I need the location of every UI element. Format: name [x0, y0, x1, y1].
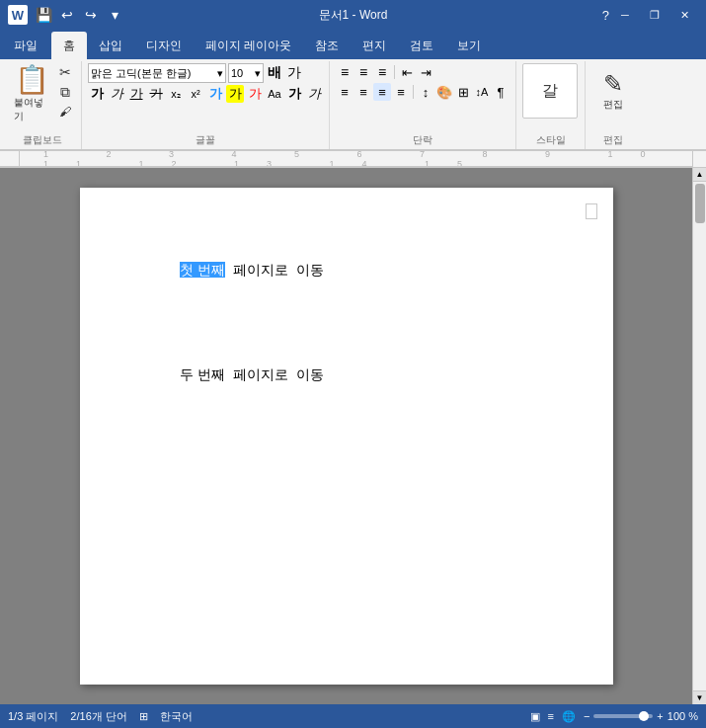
text-continuation-1: 페이지로 이동 — [225, 262, 324, 278]
title-bar-left: W 💾 ↩ ↪ ▾ — [8, 5, 124, 25]
view-print-btn[interactable]: ▣ — [530, 710, 540, 723]
format-painter-button[interactable]: 🖌 — [55, 103, 75, 121]
font-size-dropdown: ▾ — [255, 67, 261, 80]
paste-button[interactable]: 📋 붙여넣기 — [10, 63, 53, 122]
paragraph-group: ≡ ≡ ≡ ⇤ ⇥ ≡ ≡ ≡ ≡ ↕ 🎨 — [330, 61, 516, 149]
multilevel-list-btn[interactable]: ≡ — [373, 63, 391, 81]
copy-button[interactable]: ⧉ — [55, 83, 75, 101]
font-group: 맑은 고딕(본문 한글) ▾ 10 ▾ 배 가 가 가 가 — [82, 61, 330, 149]
numbered-list-btn[interactable]: ≡ — [354, 63, 372, 81]
language-icon[interactable]: ⊞ — [139, 710, 148, 723]
style-gallery-btn[interactable]: 갈 — [522, 63, 578, 119]
show-marks-btn[interactable]: ¶ — [492, 83, 510, 101]
justify-btn[interactable]: ≡ — [392, 83, 410, 101]
italic-button[interactable]: 가 — [108, 85, 125, 103]
minimize-button[interactable]: ─ — [611, 1, 639, 29]
word-logo: W — [8, 5, 28, 25]
view-read-btn[interactable]: ≡ — [548, 710, 554, 722]
border-btn[interactable]: ⊞ — [454, 83, 472, 101]
decrease-indent-btn[interactable]: ⇤ — [398, 63, 416, 81]
ruler-scroll-corner — [692, 151, 706, 167]
tab-references[interactable]: 참조 — [303, 32, 351, 59]
zoom-out-btn[interactable]: − — [584, 710, 589, 722]
ribbon: 파일 홈 삽입 디자인 페이지 레이아웃 참조 편지 검토 보기 📋 붙여넣기 — [0, 30, 706, 151]
style-preview: 갈 — [542, 81, 558, 102]
edit-group-label: 편집 — [586, 133, 641, 147]
underline-button[interactable]: 가 — [127, 85, 145, 103]
vertical-scrollbar[interactable]: ▲ ▼ — [692, 168, 706, 704]
align-center-btn[interactable]: ≡ — [354, 83, 372, 101]
font-shrink-btn[interactable]: 가 — [285, 64, 303, 82]
tab-view[interactable]: 보기 — [445, 32, 493, 59]
align-right-btn[interactable]: ≡ — [373, 83, 391, 101]
language[interactable]: 한국어 — [160, 709, 193, 724]
zoom-area: − + 100 % — [584, 710, 698, 722]
title-bar-right: ? ─ ❐ ✕ — [594, 1, 698, 29]
ruler-container: 1 2 3 4 5 6 7 8 9 10 11 12 13 14 15 — [0, 151, 706, 168]
zoom-slider-thumb[interactable] — [639, 711, 649, 721]
zoom-slider[interactable] — [593, 714, 653, 718]
subscript-button[interactable]: x₂ — [167, 85, 185, 103]
edit-btn[interactable]: ✎ 편집 — [591, 63, 635, 119]
superscript-button[interactable]: x² — [187, 85, 204, 103]
quick-save-btn[interactable]: 💾 — [34, 5, 53, 25]
tab-design[interactable]: 디자인 — [134, 32, 194, 59]
tab-file[interactable]: 파일 — [0, 32, 51, 59]
tab-layout[interactable]: 페이지 레이아웃 — [194, 32, 303, 59]
scroll-thumb[interactable] — [695, 184, 705, 223]
font-controls: 맑은 고딕(본문 한글) ▾ 10 ▾ 배 가 가 가 가 — [88, 63, 323, 133]
scroll-down-btn[interactable]: ▼ — [693, 690, 707, 704]
quick-redo-btn[interactable]: ↪ — [81, 5, 101, 25]
font-name-selector[interactable]: 맑은 고딕(본문 한글) ▾ — [88, 63, 226, 83]
zoom-in-btn[interactable]: + — [657, 710, 663, 722]
edit-icon: ✎ — [603, 70, 623, 98]
view-web-btn[interactable]: 🌐 — [562, 710, 576, 723]
page-info[interactable]: 1/3 페이지 — [8, 709, 58, 724]
ribbon-content: 📋 붙여넣기 ✂ ⧉ 🖌 클립보드 — [0, 59, 706, 150]
bold-k-button[interactable]: 가 — [285, 85, 303, 103]
doc-line-empty — [134, 311, 559, 333]
tab-home[interactable]: 홈 — [51, 32, 87, 59]
title-bar: W 💾 ↩ ↪ ▾ 문서1 - Word ? ─ ❐ ✕ — [0, 0, 706, 30]
highlight-button[interactable]: 가 — [226, 85, 244, 103]
text-line-2: 두 번째 페이지로 이동 — [180, 366, 323, 382]
quick-undo-btn[interactable]: ↩ — [57, 5, 77, 25]
scroll-up-btn[interactable]: ▲ — [693, 168, 707, 182]
tab-mailing[interactable]: 편지 — [351, 32, 398, 59]
italic-k-button[interactable]: 가 — [305, 85, 323, 103]
edit-controls: ✎ 편집 — [591, 63, 635, 133]
sort-btn[interactable]: ↕A — [473, 83, 491, 101]
cut-button[interactable]: ✂ — [55, 63, 75, 81]
tab-review[interactable]: 검토 — [398, 32, 445, 59]
font-color-button[interactable]: 가 — [246, 85, 264, 103]
font-size-selector[interactable]: 10 ▾ — [228, 63, 264, 83]
restore-button[interactable]: ❐ — [641, 1, 668, 29]
tab-insert[interactable]: 삽입 — [87, 32, 134, 59]
close-button[interactable]: ✕ — [670, 1, 698, 29]
document-container[interactable]: 첫 번째 페이지로 이동 두 번째 페이지로 이동 — [0, 168, 692, 704]
ruler-marks: 1 2 3 4 5 6 7 8 9 10 11 12 13 14 15 — [39, 151, 692, 167]
zoom-level[interactable]: 100 % — [667, 710, 698, 722]
style-label: 스타일 — [516, 133, 585, 147]
bullet-list-btn[interactable]: ≡ — [336, 63, 353, 81]
font-name-value: 맑은 고딕(본문 한글) — [91, 66, 217, 81]
strikethrough-button[interactable]: 가 — [147, 85, 165, 103]
text-effect-button[interactable]: 가 — [206, 85, 224, 103]
quick-dropdown-btn[interactable]: ▾ — [105, 5, 124, 25]
word-count[interactable]: 2/16개 단어 — [70, 709, 126, 724]
increase-indent-btn[interactable]: ⇥ — [417, 63, 434, 81]
change-case-button[interactable]: Aa — [266, 85, 283, 103]
bold-button[interactable]: 가 — [88, 85, 106, 103]
style-group: 갈 스타일 — [516, 61, 586, 149]
style-controls: 갈 — [522, 63, 578, 133]
font-name-dropdown: ▾ — [217, 67, 223, 80]
paragraph-label: 단락 — [330, 133, 515, 147]
main-area: 첫 번째 페이지로 이동 두 번째 페이지로 이동 ▲ ▼ — [0, 168, 706, 704]
align-left-btn[interactable]: ≡ — [336, 83, 353, 101]
font-grow-btn[interactable]: 배 — [266, 64, 283, 82]
shading-btn[interactable]: 🎨 — [435, 83, 453, 101]
help-button[interactable]: ? — [602, 8, 609, 23]
document-content[interactable]: 첫 번째 페이지로 이동 두 번째 페이지로 이동 — [134, 237, 559, 408]
line-spacing-btn[interactable]: ↕ — [417, 83, 434, 101]
paste-label: 붙여넣기 — [14, 96, 49, 123]
